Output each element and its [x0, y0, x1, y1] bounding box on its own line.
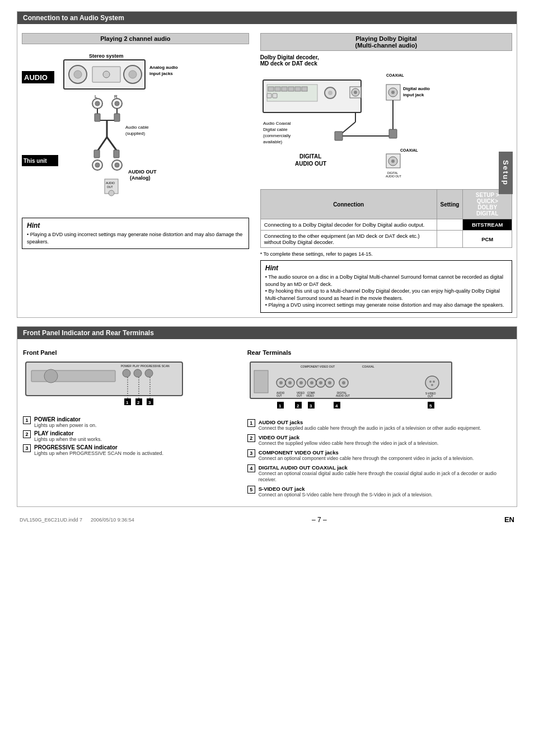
svg-text:4: 4 [335, 403, 338, 408]
svg-line-27 [107, 137, 117, 151]
left-hint-text: • Playing a DVD using incorrect settings… [27, 231, 244, 245]
right-hint-title: Hint [265, 264, 507, 272]
setup-tab: Setup [499, 152, 513, 194]
indicator-num-1: 1 [23, 416, 31, 424]
right-hint-box: Hint • The audio source on a disc in a D… [260, 260, 512, 313]
svg-point-62 [391, 91, 395, 94]
svg-point-127 [429, 381, 432, 383]
jack-name-4: DIGITAL AUDIO OUT COAXIAL jack [259, 464, 511, 471]
dolby-header: Playing Dolby Digital(Multi-channel audi… [260, 33, 512, 51]
indicator-item-2: 2 PLAY indicator Lights up when the unit… [23, 430, 239, 442]
jack-name-2: VIDEO OUT jack [259, 434, 439, 440]
indicator-num-3: 3 [23, 444, 31, 452]
svg-point-83 [44, 369, 58, 383]
svg-rect-51 [267, 93, 271, 98]
svg-rect-50 [302, 87, 307, 91]
svg-point-116 [342, 381, 345, 384]
svg-text:Audio cable: Audio cable [125, 125, 149, 130]
svg-text:Analog audio: Analog audio [149, 65, 178, 70]
svg-text:(supplied): (supplied) [125, 131, 145, 136]
jack-name-3: COMPONENT VIDEO OUT jacks [259, 449, 474, 456]
svg-text:OUT: OUT [277, 395, 282, 397]
jack-num-3: 3 [247, 449, 255, 457]
svg-text:OUT: OUT [107, 185, 113, 189]
svg-text:VIDEO: VIDEO [306, 395, 315, 397]
svg-rect-46 [275, 87, 280, 91]
right-hint-text: • The audio source on a disc in a Dolby … [265, 274, 507, 309]
indicator-item-1: 1 POWER indicator Lights up when power i… [23, 416, 239, 428]
svg-text:(Analog): (Analog) [130, 175, 151, 181]
table-row: Connecting to a Dolby Digital decoder fo… [260, 219, 512, 231]
svg-text:Audio Coaxial: Audio Coaxial [263, 121, 291, 126]
svg-rect-30 [94, 150, 100, 158]
svg-text:DIGITAL: DIGITAL [299, 153, 321, 159]
svg-text:AUDIO OUT: AUDIO OUT [336, 395, 350, 397]
dolby-svg: COAXIAL [260, 69, 451, 189]
svg-point-33 [95, 163, 100, 167]
indicator-list: 1 POWER indicator Lights up when power i… [23, 416, 239, 456]
rear-terminals-col: Rear Terminals COMPONENT VIDEO OUT COAXI… [247, 349, 511, 501]
table-row-2-connection: Connecting to the other equipment (an MD… [260, 231, 437, 248]
table-row-1-setting: BITSTREAM [463, 219, 512, 231]
svg-text:(commercially: (commercially [263, 133, 291, 138]
table-row-1-connection: Connecting to a Dolby Digital decoder fo… [260, 219, 437, 231]
svg-point-129 [431, 384, 433, 386]
svg-text:PROGRESSIVE SCAN: PROGRESSIVE SCAN [140, 364, 170, 368]
two-channel-panel: Playing 2 channel audio Stereo system [22, 33, 255, 313]
front-rear-section: Front Panel Indicator and Rear Terminals… [17, 326, 517, 507]
jack-item-2: 2 VIDEO OUT jack Connect the supplied ye… [247, 434, 511, 447]
svg-text:Digital audio: Digital audio [403, 86, 430, 91]
svg-text:1: 1 [279, 403, 282, 408]
indicator-desc-1: Lights up when power is on. [34, 422, 97, 428]
rear-terminals-label: Rear Terminals [247, 349, 511, 356]
indicator-desc-3: Lights up when PROGRESSIVE SCAN mode is … [34, 450, 163, 456]
jack-item-3: 3 COMPONENT VIDEO OUT jacks Connect an o… [247, 449, 511, 462]
jack-num-1: 1 [247, 419, 255, 427]
two-channel-svg: Stereo system AUD [22, 48, 195, 215]
svg-text:1: 1 [126, 400, 129, 405]
svg-point-125 [425, 376, 439, 389]
svg-text:AUDIO OUT: AUDIO OUT [128, 169, 157, 175]
svg-point-17 [115, 101, 119, 106]
jack-desc-1: Connect the supplied audio cable here th… [259, 425, 481, 431]
svg-point-104 [279, 381, 283, 384]
svg-point-3 [74, 71, 82, 78]
svg-text:3: 3 [148, 400, 151, 405]
svg-rect-48 [288, 87, 294, 91]
svg-text:available): available) [263, 139, 283, 144]
jack-num-2: 2 [247, 434, 255, 442]
svg-text:COAXIAL: COAXIAL [386, 73, 404, 77]
svg-point-76 [391, 159, 395, 163]
jack-name-5: S-VIDEO OUT jack [259, 486, 433, 492]
indicator-name-3: PROGRESSIVE SCAN indicator [34, 444, 163, 450]
svg-point-86 [145, 369, 153, 377]
front-rear-header: Front Panel Indicator and Rear Terminals [17, 327, 517, 339]
svg-text:2: 2 [297, 403, 299, 408]
page-number: – 7 – [312, 516, 327, 524]
svg-text:PLAY: PLAY [133, 364, 140, 368]
svg-text:2: 2 [137, 400, 140, 405]
rear-terminals-svg: COMPONENT VIDEO OUT COAXIAL [247, 359, 460, 412]
svg-point-35 [115, 163, 119, 167]
svg-text:COAXIAL: COAXIAL [400, 148, 418, 152]
table-setting-header: Setting [437, 190, 463, 219]
svg-text:Digital cable: Digital cable [263, 127, 288, 132]
table-row-2-setting: PCM [463, 231, 512, 248]
jack-desc-4: Connect an optional coaxial digital audi… [259, 471, 511, 483]
jack-num-4: 4 [247, 464, 255, 472]
svg-rect-102 [254, 370, 268, 393]
connection-header: Connection to an Audio System [17, 12, 517, 24]
front-panel-diagram: POWER PLAY PROGRESSIVE SCAN 1 2 3 [23, 359, 239, 411]
jack-name-1: AUDIO OUT jacks [259, 419, 481, 425]
page-footer: DVL150G_E6C21UD.indd 7 2006/05/10 9:36:5… [17, 515, 517, 524]
svg-point-114 [328, 381, 331, 384]
svg-text:OUT: OUT [428, 395, 433, 398]
jack-desc-3: Connect an optional component video cabl… [259, 456, 474, 462]
table-connection-header: Connection [260, 190, 437, 219]
svg-rect-47 [282, 87, 287, 91]
svg-text:AUDIO OUT: AUDIO OUT [386, 175, 401, 178]
jack-item-5: 5 S-VIDEO OUT jack Connect an optional S… [247, 486, 511, 498]
svg-text:COAXIAL: COAXIAL [362, 365, 374, 368]
svg-text:3: 3 [310, 403, 312, 408]
svg-text:POWER: POWER [121, 364, 132, 368]
